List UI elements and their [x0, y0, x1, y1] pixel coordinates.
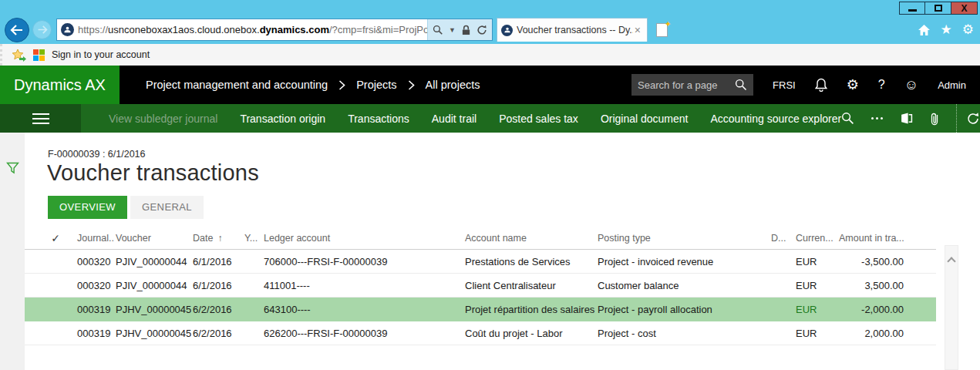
settings-gear-icon[interactable]: ⚙ [847, 78, 859, 92]
select-all-check-icon[interactable]: ✓ [25, 232, 76, 244]
user-menu[interactable]: Admin [938, 79, 966, 91]
chevron-down-icon[interactable]: ▼ [449, 26, 456, 34]
menu-item-transaction-origin[interactable]: Transaction origin [240, 113, 325, 125]
cell-voucher: PJIV_00000044 [114, 280, 191, 291]
address-bar[interactable]: https://usnconeboxax1aos.cloud.onebox.dy… [56, 18, 493, 41]
cell-account-name: Coût du projet - Labor [463, 328, 596, 339]
office-export-icon[interactable] [900, 112, 913, 125]
search-icon[interactable] [433, 25, 443, 35]
col-amount[interactable]: Amount in tra... [837, 233, 936, 244]
page-title: Voucher transactions [47, 160, 980, 186]
cell-currency: EUR [794, 328, 837, 339]
cell-journal: 000320 [76, 256, 114, 267]
minimize-icon [908, 9, 917, 12]
cell-posting-type: Project - payroll allocation [596, 304, 770, 315]
cell-posting-type: Customer balance [596, 280, 770, 291]
back-button[interactable] [5, 18, 29, 42]
attachments-paperclip-icon[interactable] [930, 112, 939, 126]
favorite-link-signin[interactable]: Sign in to your account [52, 49, 150, 60]
col-voucher[interactable]: Voucher [114, 233, 191, 244]
search-icon [735, 79, 747, 91]
page-search-placeholder: Search for a page [638, 79, 730, 91]
forward-button[interactable] [32, 20, 52, 39]
fasttabs: OVERVIEW GENERAL [48, 196, 980, 219]
cell-journal: 000320 [76, 280, 114, 291]
refresh-button[interactable] [956, 104, 980, 133]
breadcrumb-module[interactable]: Project management and accounting [146, 79, 328, 91]
add-favorite-icon[interactable] [12, 49, 26, 62]
help-icon[interactable]: ? [878, 78, 885, 92]
refresh-icon [966, 112, 980, 126]
menu-item-posted-sales-tax[interactable]: Posted sales tax [499, 113, 578, 125]
tab-favicon-icon [501, 25, 513, 36]
scroll-up-icon[interactable] [947, 257, 955, 265]
window-titlebar[interactable]: X [0, 0, 980, 15]
sort-ascending-icon: ↑ [217, 233, 222, 244]
cell-ledger-account: 411001---- [262, 280, 463, 291]
app-logo[interactable]: Dynamics AX [0, 66, 120, 104]
feedback-smiley-icon[interactable]: ☺ [904, 78, 918, 92]
cell-ledger-account: 626200---FRSI-F-00000039 [262, 328, 463, 339]
cell-date: 6/2/2016 [191, 304, 243, 315]
table-row[interactable]: 000320 PJIV_00000044 6/1/2016 411001----… [25, 274, 936, 298]
close-window-button[interactable]: X [951, 2, 978, 15]
url-text[interactable]: https://usnconeboxax1aos.cloud.onebox.dy… [78, 24, 427, 35]
menu-item-view-subledger-journal: View subledger journal [109, 113, 217, 125]
col-journal[interactable]: Journal... [76, 233, 114, 244]
favorites-star-icon[interactable]: ★ [941, 23, 952, 36]
col-d[interactable]: D... [770, 233, 794, 244]
favorites-bar: Sign in to your account [0, 44, 980, 66]
home-icon[interactable] [918, 24, 931, 36]
cell-posting-type: Project - invoiced revenue [596, 256, 770, 267]
cell-amount: 3,500.00 [837, 280, 936, 291]
new-tab-button[interactable] [652, 18, 672, 42]
col-currency[interactable]: Curren... [794, 233, 837, 244]
page-search-input[interactable]: Search for a page [631, 74, 753, 96]
table-row[interactable]: 000319 PJHV_00000045 6/2/2016 626200---F… [25, 321, 936, 345]
col-date[interactable]: Date↑ [191, 233, 243, 244]
close-icon: X [961, 4, 967, 13]
app-header: Dynamics AX Project management and accou… [0, 66, 980, 104]
col-account-name[interactable]: Account name [463, 233, 596, 244]
filter-funnel-icon[interactable] [6, 162, 19, 174]
maximize-button[interactable] [925, 2, 951, 15]
settings-gear-icon[interactable]: ⚙ [962, 23, 974, 36]
browser-window: X https://usnconeboxax1aos.cloud.onebox.… [0, 0, 980, 370]
cell-amount: -3,500.00 [837, 256, 936, 267]
menu-item-audit-trail[interactable]: Audit trail [432, 113, 477, 125]
cell-currency: EUR [794, 304, 837, 315]
notifications-bell-icon[interactable] [815, 78, 827, 92]
tab-general[interactable]: GENERAL [130, 196, 204, 219]
lock-icon [461, 25, 471, 35]
col-ledger-account[interactable]: Ledger account [262, 233, 463, 244]
col-posting-type[interactable]: Posting type [596, 233, 770, 244]
company-picker[interactable]: FRSI [773, 79, 796, 91]
more-options-icon[interactable] [871, 117, 883, 119]
tab-title: Voucher transactions -- Dy... [517, 25, 633, 35]
search-icon[interactable] [841, 112, 854, 125]
col-year[interactable]: Y... [243, 233, 262, 244]
cell-amount: 2,000.00 [837, 328, 936, 339]
minimize-button[interactable] [899, 2, 925, 15]
tab-close-icon[interactable]: × [633, 25, 642, 35]
cell-ledger-account: 643100---- [262, 304, 463, 315]
cell-journal: 000319 [76, 328, 114, 339]
cell-voucher: PJHV_00000045 [114, 304, 191, 315]
filter-rail [0, 133, 25, 370]
refresh-icon[interactable] [477, 25, 487, 35]
table-row[interactable]: 000320 PJIV_00000044 6/1/2016 706000---F… [25, 250, 936, 274]
breadcrumb-area[interactable]: Projects [356, 79, 396, 91]
tab-overview[interactable]: OVERVIEW [48, 196, 127, 219]
breadcrumb-page[interactable]: All projects [426, 79, 480, 91]
back-arrow-icon [10, 25, 24, 35]
menu-item-transactions[interactable]: Transactions [348, 113, 409, 125]
menu-item-original-document[interactable]: Original document [601, 113, 689, 125]
vertical-scrollbar[interactable] [945, 245, 958, 370]
nav-menu-button[interactable] [0, 104, 81, 133]
chevron-right-icon [408, 80, 415, 90]
microsoft-logo-icon[interactable] [33, 49, 45, 61]
cell-currency: EUR [794, 280, 837, 291]
menu-item-accounting-source-explorer[interactable]: Accounting source explorer [711, 113, 842, 125]
browser-tab[interactable]: Voucher transactions -- Dy... × [497, 18, 648, 42]
table-row-selected[interactable]: 000319 PJHV_00000045 6/2/2016 643100----… [25, 298, 936, 321]
